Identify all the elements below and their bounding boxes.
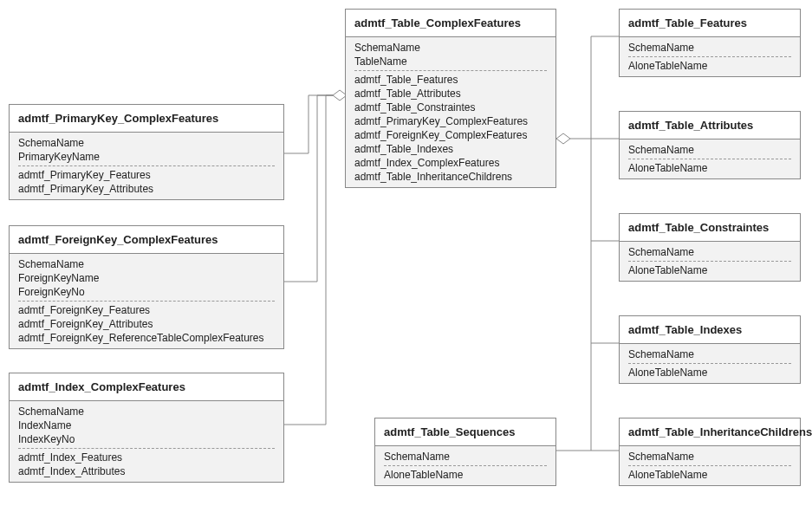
entity-tbl-constraintes: admtf_Table_Constraintes SchemaName Alon… [619, 213, 801, 282]
entity-tbl-indexes: admtf_Table_Indexes SchemaName AloneTabl… [619, 315, 801, 384]
entity-tbl-inheritance: admtf_Table_InheritanceChildrens SchemaN… [619, 418, 801, 486]
entity-body: SchemaName TableName admtf_Table_Feature… [346, 37, 555, 187]
entity-complex-features: admtf_Table_ComplexFeatures SchemaName T… [345, 9, 556, 188]
entity-pk-complex: admtf_PrimaryKey_ComplexFeatures SchemaN… [9, 104, 284, 200]
entity-tbl-features: admtf_Table_Features SchemaName AloneTab… [619, 9, 801, 77]
entity-idx-complex: admtf_Index_ComplexFeatures SchemaName I… [9, 373, 284, 483]
entity-title: admtf_Table_ComplexFeatures [346, 10, 555, 37]
svg-marker-10 [556, 133, 570, 144]
entity-tbl-attributes: admtf_Table_Attributes SchemaName AloneT… [619, 111, 801, 179]
entity-fk-complex: admtf_ForeignKey_ComplexFeatures SchemaN… [9, 225, 284, 349]
entity-tbl-sequences: admtf_Table_Sequences SchemaName AloneTa… [374, 418, 556, 486]
